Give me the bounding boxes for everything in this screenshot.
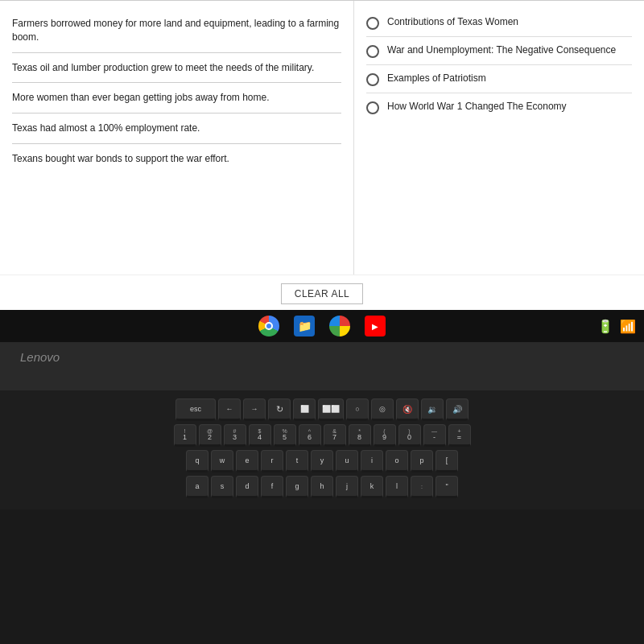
back-key[interactable]: ← xyxy=(218,398,241,421)
refresh-key[interactable]: ↻ xyxy=(268,398,291,421)
youtube-icon[interactable]: ▶ xyxy=(365,316,386,336)
keyboard-row-1: esc ← → ↻ ⬜ ⬜⬜ ○ ◎ 🔇 🔉 🔊 xyxy=(6,398,638,421)
key-3[interactable]: #3 xyxy=(224,424,246,447)
statement-2: Texas oil and lumber production grew to … xyxy=(12,53,341,84)
statement-4: Texas had almost a 100% employment rate. xyxy=(12,114,341,144)
key-bracket-open[interactable]: [ xyxy=(436,450,458,473)
keyboard-row-2: !1 @2 #3 $4 %5 ^6 &7 *8 (9 )0 —- += xyxy=(6,424,638,447)
files-icon-glyph: 📁 xyxy=(298,320,312,332)
laptop-bezel: Lenovo xyxy=(0,342,644,390)
window-key[interactable]: ⬜⬜ xyxy=(318,398,344,421)
answer-text-1: Contributions of Texas Women xyxy=(387,15,518,29)
button-area: CLEAR ALL xyxy=(0,275,644,312)
system-tray: 🔋 📶 xyxy=(597,319,636,334)
right-panel: Contributions of Texas Women War and Une… xyxy=(354,1,644,275)
radio-1[interactable] xyxy=(366,17,379,30)
key-r[interactable]: r xyxy=(261,450,283,473)
key-2[interactable]: @2 xyxy=(199,424,221,447)
media-icon[interactable] xyxy=(329,316,350,336)
key-h[interactable]: h xyxy=(311,476,333,498)
key-u[interactable]: u xyxy=(336,450,358,473)
statement-3: More women than ever began getting jobs … xyxy=(12,83,341,114)
key-4[interactable]: $4 xyxy=(249,424,271,447)
key-w[interactable]: w xyxy=(211,450,233,473)
youtube-play-icon: ▶ xyxy=(372,322,378,331)
key-e[interactable]: e xyxy=(236,450,258,473)
key-7[interactable]: &7 xyxy=(324,424,346,447)
key-6[interactable]: ^6 xyxy=(299,424,321,447)
brightness-up-key[interactable]: ◎ xyxy=(371,398,394,421)
key-i[interactable]: i xyxy=(361,450,383,473)
forward-key[interactable]: → xyxy=(243,398,266,421)
key-plus[interactable]: += xyxy=(448,424,471,447)
answer-option-1[interactable]: Contributions of Texas Women xyxy=(366,9,632,37)
key-5[interactable]: %5 xyxy=(274,424,296,447)
key-d[interactable]: d xyxy=(236,476,258,498)
lenovo-logo: Lenovo xyxy=(0,342,644,373)
key-f[interactable]: f xyxy=(261,476,283,498)
key-8[interactable]: *8 xyxy=(349,424,371,447)
vol-up-key[interactable]: 🔊 xyxy=(446,398,469,421)
statement-5: Texans bought war bonds to support the w… xyxy=(12,144,341,174)
chrome-icon[interactable] xyxy=(258,316,279,336)
keyboard-row-asdf: a s d f g h j k l : " xyxy=(6,476,638,498)
radio-2[interactable] xyxy=(366,45,379,58)
answer-text-3: Examples of Patriotism xyxy=(387,72,486,85)
battery-icon: 🔋 xyxy=(597,319,613,334)
laptop-screen: Farmers borrowed money for more land and… xyxy=(0,0,644,330)
key-s[interactable]: s xyxy=(211,476,233,498)
wifi-icon: 📶 xyxy=(620,319,636,334)
key-k[interactable]: k xyxy=(361,476,383,498)
answer-text-2: War and Unemployment: The Negative Conse… xyxy=(387,43,616,57)
key-o[interactable]: o xyxy=(386,450,408,473)
keyboard: esc ← → ↻ ⬜ ⬜⬜ ○ ◎ 🔇 🔉 🔊 !1 @2 #3 $4 %5 … xyxy=(0,390,644,510)
key-t[interactable]: t xyxy=(286,450,308,473)
key-quote[interactable]: " xyxy=(436,476,458,498)
key-colon[interactable]: : xyxy=(411,476,433,498)
taskbar: 📁 ▶ 🔋 📶 xyxy=(0,310,644,342)
answer-text-4: How World War 1 Changed The Economy xyxy=(387,100,567,114)
mute-key[interactable]: 🔇 xyxy=(396,398,419,421)
radio-3[interactable] xyxy=(366,73,379,86)
answer-option-3[interactable]: Examples of Patriotism xyxy=(366,65,632,93)
clear-all-button[interactable]: CLEAR ALL xyxy=(281,283,364,304)
answer-option-4[interactable]: How World War 1 Changed The Economy xyxy=(366,93,632,121)
key-g[interactable]: g xyxy=(286,476,308,498)
key-0[interactable]: )0 xyxy=(398,424,421,447)
key-1[interactable]: !1 xyxy=(174,424,196,447)
keyboard-row-qwerty: q w e r t y u i o p [ xyxy=(6,450,638,473)
screen-key[interactable]: ⬜ xyxy=(293,398,316,421)
answer-option-2[interactable]: War and Unemployment: The Negative Conse… xyxy=(366,37,632,65)
key-9[interactable]: (9 xyxy=(374,424,396,447)
key-minus[interactable]: —- xyxy=(423,424,446,447)
key-q[interactable]: q xyxy=(186,450,208,473)
key-p[interactable]: p xyxy=(411,450,433,473)
brightness-down-key[interactable]: ○ xyxy=(346,398,369,421)
vol-down-key[interactable]: 🔉 xyxy=(421,398,444,421)
key-a[interactable]: a xyxy=(186,476,208,498)
quiz-container: Farmers borrowed money for more land and… xyxy=(0,1,644,275)
key-l[interactable]: l xyxy=(386,476,408,498)
statement-1: Farmers borrowed money for more land and… xyxy=(12,9,341,53)
files-icon[interactable]: 📁 xyxy=(294,316,315,336)
esc-key[interactable]: esc xyxy=(175,398,216,421)
chrome-inner-circle xyxy=(265,322,273,330)
key-y[interactable]: y xyxy=(311,450,333,473)
left-panel: Farmers borrowed money for more land and… xyxy=(0,1,354,275)
key-j[interactable]: j xyxy=(336,476,358,498)
radio-4[interactable] xyxy=(366,101,379,114)
